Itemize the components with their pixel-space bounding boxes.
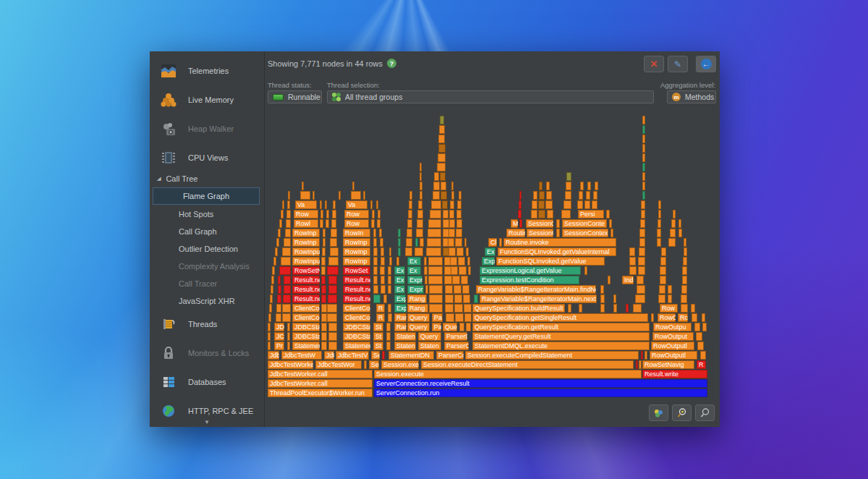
flame-segment[interactable]: RowSetNavig <box>642 360 694 369</box>
sidebar-item-call-tracer[interactable]: Call Tracer <box>150 277 264 290</box>
flame-segment[interactable] <box>629 247 635 256</box>
flame-segment[interactable]: ParserD <box>444 332 467 341</box>
flame-segment[interactable] <box>532 200 537 209</box>
flame-segment[interactable] <box>430 210 441 219</box>
flame-segment[interactable] <box>661 247 666 256</box>
sidebar-scroll-down-chevron[interactable]: ▼ <box>150 419 264 425</box>
flame-segment[interactable] <box>459 323 464 331</box>
flame-segment[interactable]: JC <box>274 332 284 341</box>
flame-segment[interactable] <box>326 210 329 219</box>
flame-segment[interactable] <box>702 323 707 331</box>
flame-segment[interactable] <box>556 219 560 228</box>
flame-segment[interactable] <box>546 182 550 190</box>
flame-segment[interactable] <box>373 257 378 266</box>
flame-segment[interactable]: Result.ne <box>343 276 370 284</box>
flame-segment[interactable]: Result.nev <box>292 276 320 284</box>
flame-segment[interactable]: Rang <box>407 294 427 303</box>
flame-segment[interactable]: Session.executeCompiledStatement <box>465 351 639 360</box>
flame-segment[interactable]: Pr <box>274 342 284 350</box>
flame-segment[interactable] <box>584 266 587 275</box>
flame-segment[interactable] <box>641 200 645 209</box>
flame-segment[interactable]: Se <box>369 360 379 369</box>
flame-segment[interactable] <box>640 219 645 228</box>
flame-segment[interactable] <box>657 238 661 247</box>
flame-segment[interactable]: QuerySpecification.getSingleResult <box>472 313 648 322</box>
sidebar-item-javascript-xhr[interactable]: JavaScript XHR <box>150 294 264 308</box>
flame-segment[interactable] <box>327 304 337 313</box>
flame-segment[interactable] <box>416 229 423 237</box>
flame-segment[interactable] <box>448 247 456 256</box>
flame-segment[interactable] <box>327 266 339 275</box>
flame-segment[interactable] <box>635 294 645 303</box>
flame-segment[interactable] <box>441 182 446 190</box>
flame-segment[interactable] <box>637 276 644 284</box>
flame-segment[interactable]: M <box>511 219 518 228</box>
flame-segment[interactable] <box>276 313 281 322</box>
flame-segment[interactable] <box>658 200 661 209</box>
flame-segment[interactable] <box>285 229 291 237</box>
flame-segment[interactable] <box>321 342 327 350</box>
flame-segment[interactable]: Ex <box>485 247 495 256</box>
flame-segment[interactable] <box>386 332 391 341</box>
flame-segment[interactable]: Expr <box>407 276 422 284</box>
flame-segment[interactable] <box>641 210 645 219</box>
flame-segment[interactable] <box>386 323 391 331</box>
flame-segment[interactable]: RowOutput <box>652 332 694 341</box>
flame-segment[interactable]: RowOutpu <box>653 323 692 331</box>
flame-segment[interactable] <box>637 285 645 294</box>
aggregation-level-select[interactable]: m Methods <box>667 90 716 103</box>
flame-segment[interactable] <box>427 238 441 247</box>
flame-segment[interactable] <box>398 247 401 256</box>
flame-segment[interactable]: Session.executeDirectStatement <box>421 360 634 369</box>
flame-segment[interactable] <box>328 285 337 294</box>
flame-segment[interactable] <box>330 247 339 256</box>
flame-segment[interactable]: Cl <box>488 238 497 247</box>
flame-segment[interactable] <box>373 266 378 275</box>
flame-segment[interactable] <box>352 182 354 190</box>
flame-segment[interactable] <box>642 163 645 171</box>
flame-segment[interactable]: ClientCor <box>343 313 370 322</box>
flame-segment[interactable] <box>464 238 467 247</box>
flame-segment[interactable]: RowInp <box>343 257 370 266</box>
flame-segment[interactable] <box>327 313 337 322</box>
flame-segment[interactable] <box>657 229 661 237</box>
flame-segment[interactable]: RowInpu <box>292 247 320 256</box>
flame-segment[interactable] <box>694 323 700 331</box>
sidebar-item-monitors-locks[interactable]: Monitors & Locks <box>150 342 264 364</box>
flame-segment[interactable] <box>519 200 522 209</box>
flame-segment[interactable] <box>642 191 645 200</box>
flame-segment[interactable] <box>437 163 446 171</box>
flame-segment[interactable] <box>531 210 537 219</box>
flame-segment[interactable]: FunctionSQLInvoked.getValueInternal <box>498 247 616 256</box>
flame-segment[interactable] <box>454 294 462 303</box>
flame-segment[interactable]: Query <box>407 323 430 331</box>
flame-segment[interactable] <box>600 294 605 303</box>
flame-segment[interactable] <box>459 191 461 200</box>
flame-segment[interactable] <box>639 360 642 369</box>
flame-segment[interactable] <box>463 294 470 303</box>
flame-segment[interactable] <box>539 191 545 200</box>
flame-segment[interactable] <box>613 304 617 313</box>
flame-segment[interactable] <box>439 125 445 134</box>
flame-segment[interactable] <box>449 219 455 228</box>
flame-segment[interactable] <box>545 200 553 209</box>
flame-segment[interactable] <box>424 257 427 266</box>
flame-segment[interactable] <box>321 304 327 313</box>
flame-segment[interactable]: Pa <box>432 313 443 322</box>
flame-segment[interactable] <box>273 257 276 266</box>
flame-segment[interactable] <box>312 191 315 200</box>
flame-segment[interactable]: SessionContex <box>562 229 608 237</box>
flame-segment[interactable] <box>426 247 441 256</box>
flame-segment[interactable] <box>278 276 281 284</box>
flame-segment[interactable] <box>287 342 290 350</box>
flame-segment[interactable] <box>406 238 412 247</box>
flame-segment[interactable] <box>388 313 392 322</box>
flame-segment[interactable] <box>668 285 672 294</box>
flame-segment[interactable] <box>595 182 598 190</box>
flame-segment[interactable] <box>563 200 571 209</box>
flame-segment[interactable] <box>445 294 454 303</box>
flame-segment[interactable] <box>454 285 461 294</box>
flame-segment[interactable] <box>287 323 290 331</box>
flame-segment[interactable]: RowSetN <box>292 266 320 275</box>
flame-segment[interactable] <box>271 285 273 294</box>
